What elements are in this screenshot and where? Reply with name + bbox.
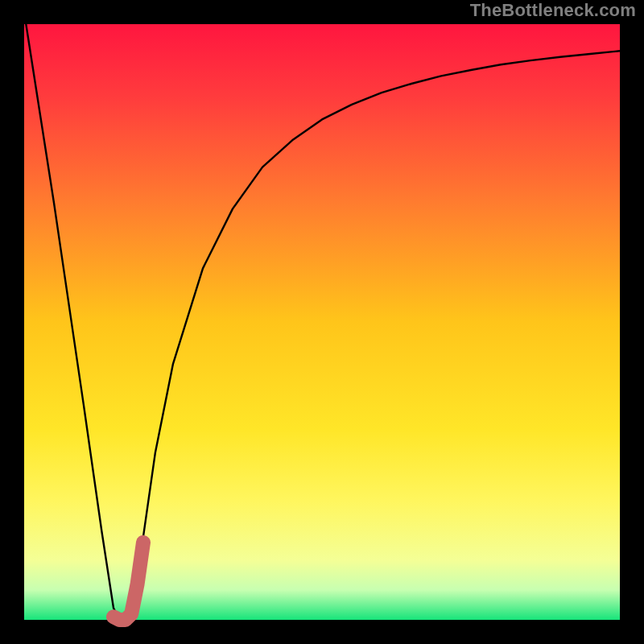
- bottleneck-chart: [0, 0, 644, 644]
- chart-container: TheBottleneck.com: [0, 0, 644, 644]
- plot-background: [24, 24, 620, 620]
- watermark-text: TheBottleneck.com: [470, 0, 636, 21]
